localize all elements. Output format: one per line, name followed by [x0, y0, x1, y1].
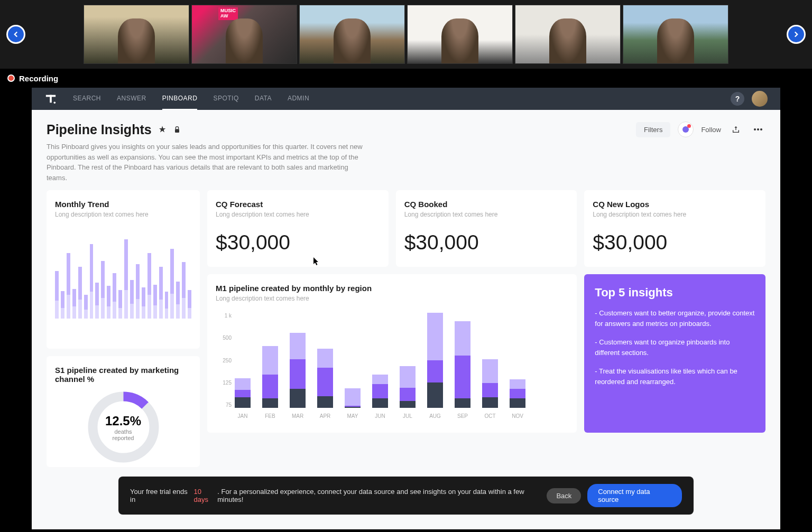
insights-indicator[interactable]	[678, 122, 694, 137]
card-subtitle: Long description text comes here	[55, 211, 191, 218]
svg-point-2	[54, 102, 56, 104]
x-tick: MAY	[345, 413, 361, 419]
m1-bar	[262, 313, 278, 408]
video-tile[interactable]	[623, 5, 728, 64]
star-icon[interactable]	[158, 125, 167, 134]
mini-bar	[72, 289, 76, 319]
nav-search[interactable]: SEARCH	[73, 88, 101, 110]
mini-bar	[142, 287, 145, 319]
m1-chart: 1 k50025012575	[235, 313, 568, 408]
mini-bar	[188, 290, 191, 319]
m1-bar	[345, 313, 361, 408]
m1-bar	[482, 313, 498, 408]
trial-text-suffix: . For a personalized experience, connect…	[217, 488, 547, 503]
kpi-value: $30,000	[404, 231, 569, 254]
svg-point-6	[760, 128, 762, 130]
connect-data-button[interactable]: Connect my data source	[587, 484, 682, 507]
insight-item: - Customers want to organize pinboards i…	[595, 337, 755, 358]
chevron-right-icon	[791, 30, 801, 39]
x-tick: JUL	[400, 413, 416, 419]
back-button[interactable]: Back	[547, 488, 581, 503]
help-button[interactable]: ?	[731, 92, 744, 106]
mini-bar	[78, 267, 82, 319]
cq-new-logos-card[interactable]: CQ New Logos Long description text comes…	[584, 190, 765, 267]
mini-bar	[124, 239, 128, 319]
more-icon	[754, 128, 762, 130]
mini-bar	[67, 253, 70, 319]
card-title: Monthly Trend	[55, 200, 191, 209]
recording-icon	[7, 74, 15, 82]
m1-pipeline-card[interactable]: M1 pipeline created by monthly by region…	[207, 274, 577, 433]
card-subtitle: Long description text comes here	[216, 295, 568, 302]
nav-pinboard[interactable]: PINBOARD	[162, 88, 198, 110]
mini-bar	[55, 271, 59, 319]
share-button[interactable]	[728, 122, 743, 137]
video-prev-button[interactable]	[6, 25, 25, 44]
svg-point-5	[757, 128, 759, 130]
mini-bar	[136, 264, 140, 319]
insight-item: - Treat the visualisations like tiles wh…	[595, 366, 755, 387]
mini-bar	[95, 283, 99, 319]
y-tick: 125	[217, 380, 232, 386]
trial-days: 10 days	[193, 488, 217, 503]
mini-bar	[147, 253, 151, 319]
y-tick: 75	[217, 402, 232, 408]
logo-icon	[45, 93, 57, 105]
nav-spotiq[interactable]: SPOTIQ	[213, 88, 238, 110]
video-tile[interactable]	[299, 5, 405, 64]
cq-booked-card[interactable]: CQ Booked Long description text comes he…	[396, 190, 577, 267]
trial-text-prefix: Your free trial ends in	[130, 488, 193, 503]
video-tile[interactable]	[407, 5, 513, 64]
avatar[interactable]	[752, 91, 768, 107]
filters-button[interactable]: Filters	[636, 122, 670, 137]
app-logo[interactable]	[44, 92, 57, 105]
donut-chart: 12.5% deaths reported	[85, 389, 162, 465]
video-tile[interactable]: MUSIC AW	[191, 5, 297, 64]
more-button[interactable]	[751, 122, 765, 137]
cq-forecast-card[interactable]: CQ Forecast Long description text comes …	[207, 190, 389, 267]
card-subtitle: Long description text comes here	[216, 211, 380, 218]
lock-icon[interactable]	[173, 125, 181, 134]
nav-answer[interactable]: ANSWER	[117, 88, 146, 110]
music-badge: MUSIC AW	[218, 7, 238, 20]
page-description: This Pinboard gives you insights on your…	[47, 142, 364, 183]
donut-value: 12.5%	[104, 414, 143, 428]
svg-rect-3	[175, 129, 179, 133]
video-tile[interactable]	[515, 5, 621, 64]
insights-title: Top 5 insights	[595, 286, 755, 300]
s1-pipeline-card[interactable]: S1 pipeline created by marketing channel…	[47, 356, 200, 467]
notification-badge	[687, 124, 691, 128]
m1-bar	[400, 313, 416, 408]
monthly-trend-card[interactable]: Monthly Trend Long description text come…	[47, 190, 200, 349]
mini-bar	[159, 267, 163, 319]
x-tick: NOV	[510, 413, 525, 419]
mini-bar	[165, 292, 169, 319]
y-tick: 500	[217, 335, 232, 341]
share-icon	[732, 125, 740, 134]
top-nav: SEARCH ANSWER PINBOARD SPOTIQ DATA ADMIN…	[32, 88, 780, 110]
card-subtitle: Long description text comes here	[593, 211, 757, 218]
trial-banner: Your free trial ends in 10 days . For a …	[118, 477, 694, 515]
card-title: S1 pipeline created by marketing channel…	[55, 366, 191, 384]
card-title: CQ Forecast	[216, 200, 380, 209]
svg-rect-1	[50, 95, 52, 103]
follow-button[interactable]: Follow	[701, 126, 721, 134]
mini-bar	[118, 290, 122, 319]
video-tile[interactable]	[84, 5, 189, 64]
insights-panel[interactable]: Top 5 insights - Customers want to bette…	[584, 274, 765, 433]
nav-data[interactable]: DATA	[255, 88, 272, 110]
chevron-left-icon	[11, 30, 21, 39]
donut-label: deaths reported	[104, 428, 143, 441]
x-tick: OCT	[482, 413, 498, 419]
video-next-button[interactable]	[787, 25, 806, 44]
x-tick: JUN	[372, 413, 388, 419]
nav-admin[interactable]: ADMIN	[288, 88, 309, 110]
x-axis: JANFEBMARAPRMAYJUNJULAUGSEPOCTNOV	[235, 413, 568, 419]
mini-bar	[182, 262, 186, 319]
m1-bar	[427, 313, 443, 408]
content-grid: Monthly Trend Long description text come…	[32, 190, 780, 467]
mini-bar	[153, 285, 157, 319]
mini-bar	[130, 280, 134, 319]
page-header: Pipeline Insights Filters Follow This	[32, 110, 780, 190]
y-tick: 1 k	[217, 313, 232, 319]
